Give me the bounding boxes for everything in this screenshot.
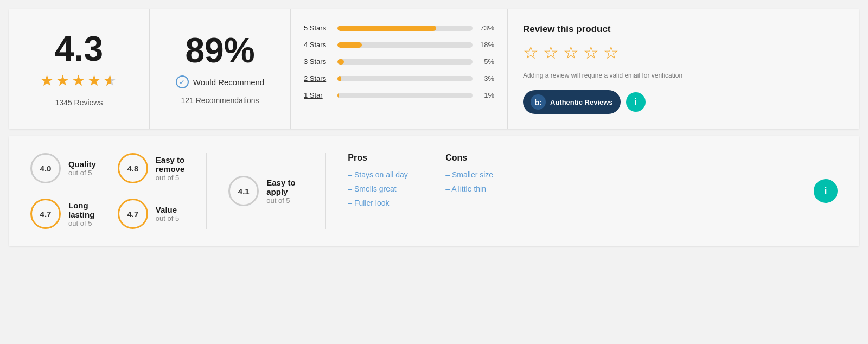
bar-row: 5 Stars 73% (304, 24, 494, 32)
metric-value-0: 4.0 (40, 164, 52, 173)
bar-pct-2: 5% (478, 58, 494, 66)
metric-label-0: Quality (68, 160, 96, 169)
metrics-group: 4.0 Quality out of 5 4.8 Easy to remove … (30, 153, 207, 229)
badge-b-icon: b: (531, 94, 546, 110)
top-section: 4.3 ★ ★ ★ ★ ★ ★ 1345 Reviews 89% ✓ Would… (9, 9, 859, 129)
star-half: ★ ★ (103, 72, 118, 87)
bar-pct-4: 1% (478, 91, 494, 99)
easy-apply-text: Easy to apply out of 5 (266, 178, 304, 205)
con-item-1: – A little thin (445, 184, 530, 193)
bar-track-4 (337, 93, 473, 98)
average-score: 4.3 (55, 31, 103, 66)
check-icon: ✓ (176, 75, 189, 88)
metric-item-2: 4.7 Long lasting out of 5 (30, 199, 96, 229)
bar-label-3[interactable]: 2 Stars (304, 74, 332, 82)
star-input-row[interactable]: ☆ ☆ ☆ ☆ ☆ (523, 42, 844, 63)
cons-col: Cons – Smaller size– A little thin (445, 153, 543, 229)
authentic-badge: b: Authentic Reviews i (523, 90, 844, 114)
bar-label-1[interactable]: 4 Stars (304, 41, 332, 49)
bar-track-3 (337, 76, 473, 81)
bar-track-1 (337, 42, 473, 48)
bar-fill-1 (337, 42, 362, 48)
bar-fill-4 (337, 93, 339, 98)
bars-panel: 5 Stars 73% 4 Stars 18% 3 Stars 5% 2 Sta… (291, 9, 508, 129)
star-4: ★ (87, 72, 101, 90)
metric-sub-1: out of 5 (156, 174, 184, 182)
con-item-0: – Smaller size (445, 170, 530, 179)
star-input-3[interactable]: ☆ (563, 42, 579, 63)
star-2: ★ (56, 72, 69, 90)
bar-fill-3 (337, 76, 341, 81)
star-1: ★ (40, 72, 54, 90)
easy-apply-item: 4.1 Easy to apply out of 5 (228, 176, 304, 206)
pros-cons-section: Pros – Stays on all day– Smells great– F… (326, 153, 838, 229)
bar-pct-0: 73% (478, 24, 494, 32)
star-input-1[interactable]: ☆ (523, 42, 539, 63)
metric-text-0: Quality out of 5 (68, 160, 96, 177)
easy-apply-circle: 4.1 (228, 176, 259, 206)
metric-circle-1: 4.8 (118, 153, 148, 183)
bar-row: 3 Stars 5% (304, 58, 494, 66)
star-input-2[interactable]: ☆ (543, 42, 559, 63)
info-button-top[interactable]: i (626, 92, 646, 112)
pro-item-2: – Fuller look (348, 199, 432, 207)
star-3: ★ (72, 72, 85, 90)
metric-text-3: Value out of 5 (156, 205, 179, 222)
star-display: ★ ★ ★ ★ ★ ★ (40, 72, 118, 90)
bar-fill-2 (337, 59, 344, 65)
metric-label-1: Easy to remove (156, 155, 184, 174)
easy-apply-panel: 4.1 Easy to apply out of 5 (207, 153, 326, 229)
metric-value-1: 4.8 (127, 164, 138, 173)
easy-apply-label: Easy to apply (266, 178, 304, 196)
easy-apply-sub: out of 5 (266, 196, 304, 205)
rating-panel: 4.3 ★ ★ ★ ★ ★ ★ 1345 Reviews (9, 9, 150, 129)
badge-text: Authentic Reviews (550, 98, 613, 106)
metric-sub-2: out of 5 (68, 219, 96, 227)
metric-label-3: Value (156, 205, 179, 214)
review-title: Review this product (523, 24, 844, 35)
recommend-panel: 89% ✓ Would Recommend 121 Recommendation… (150, 9, 291, 129)
bar-label-4[interactable]: 1 Star (304, 91, 332, 99)
review-notice: Adding a review will require a valid ema… (523, 71, 844, 80)
bar-fill-0 (337, 26, 436, 31)
would-recommend-label: Would Recommend (193, 78, 264, 87)
pro-item-0: – Stays on all day (348, 170, 432, 179)
star-input-4[interactable]: ☆ (583, 42, 599, 63)
metric-value-2: 4.7 (40, 209, 52, 219)
would-recommend-row: ✓ Would Recommend (176, 75, 264, 88)
pros-col: Pros – Stays on all day– Smells great– F… (348, 153, 445, 229)
review-panel: Review this product ☆ ☆ ☆ ☆ ☆ Adding a r… (508, 9, 859, 129)
metric-item-3: 4.7 Value out of 5 (118, 199, 184, 229)
recommendations-count: 121 Recommendations (181, 96, 259, 105)
star-input-5[interactable]: ☆ (603, 42, 619, 63)
badge-pill[interactable]: b: Authentic Reviews (523, 90, 621, 114)
reviews-count: 1345 Reviews (55, 98, 103, 107)
metric-item-1: 4.8 Easy to remove out of 5 (118, 153, 184, 183)
bar-pct-3: 3% (478, 74, 494, 82)
metric-text-1: Easy to remove out of 5 (156, 155, 184, 182)
metric-sub-3: out of 5 (156, 214, 179, 222)
bar-label-0[interactable]: 5 Stars (304, 24, 332, 32)
bottom-section: 4.0 Quality out of 5 4.8 Easy to remove … (9, 136, 859, 246)
bar-row: 1 Star 1% (304, 91, 494, 99)
cons-title: Cons (445, 153, 530, 163)
metric-item-0: 4.0 Quality out of 5 (30, 153, 96, 183)
bar-pct-1: 18% (478, 41, 494, 49)
bar-label-2[interactable]: 3 Stars (304, 58, 332, 66)
metric-sub-0: out of 5 (68, 169, 96, 177)
bar-track-2 (337, 59, 473, 65)
pros-title: Pros (348, 153, 432, 163)
metric-circle-0: 4.0 (30, 153, 61, 183)
bar-row: 4 Stars 18% (304, 41, 494, 49)
metric-value-3: 4.7 (127, 209, 138, 219)
bar-track-0 (337, 26, 473, 31)
bar-row: 2 Stars 3% (304, 74, 494, 82)
metric-text-2: Long lasting out of 5 (68, 201, 96, 227)
easy-apply-value: 4.1 (238, 187, 250, 196)
metric-circle-3: 4.7 (118, 199, 148, 229)
metric-circle-2: 4.7 (30, 199, 61, 229)
metric-label-2: Long lasting (68, 201, 96, 219)
info-button-bottom[interactable]: i (814, 179, 838, 203)
pro-item-1: – Smells great (348, 184, 432, 193)
recommend-percent: 89% (185, 33, 254, 68)
